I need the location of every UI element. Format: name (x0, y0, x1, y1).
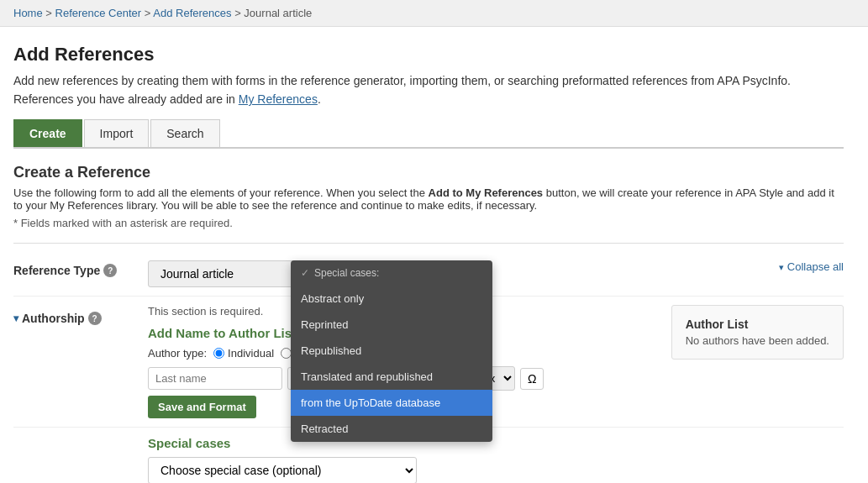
reference-type-label: Reference Type ? (13, 260, 148, 277)
reference-type-content: Journal article ✓ Special cases: Abstrac… (148, 260, 844, 287)
tab-search[interactable]: Search (150, 119, 219, 147)
individual-radio[interactable] (213, 348, 224, 359)
tab-bar: Create Import Search (13, 119, 844, 149)
author-list-empty: No authors have been added. (686, 334, 829, 347)
dropdown-item-retracted[interactable]: Retracted (291, 416, 492, 442)
breadcrumb-add-references[interactable]: Add References (153, 7, 231, 19)
dropdown-header: ✓ Special cases: (291, 260, 492, 286)
breadcrumb-reference-center[interactable]: Reference Center (55, 7, 142, 19)
dropdown-item-translated[interactable]: Translated and republished (291, 364, 492, 390)
tab-create[interactable]: Create (13, 119, 82, 147)
author-list-box: Author List No authors have been added. (671, 305, 844, 360)
reference-type-row: Reference Type ? Journal article ✓ Speci… (13, 252, 844, 297)
reference-type-help-icon[interactable]: ? (103, 264, 117, 277)
special-cases-title: Special cases (148, 436, 844, 450)
special-cases-select[interactable]: Choose special case (optional) (148, 457, 417, 483)
omega-button[interactable]: Ω (520, 368, 544, 390)
collapse-all-button[interactable]: ▾ Collapse all (779, 260, 844, 273)
tab-import[interactable]: Import (84, 119, 150, 147)
required-note: * Fields marked with an asterisk are req… (13, 217, 844, 229)
dropdown-item-reprinted[interactable]: Reprinted (291, 312, 492, 338)
breadcrumb-sep3: > (234, 7, 244, 19)
page-title: Add References (13, 44, 844, 66)
breadcrumb-home[interactable]: Home (13, 7, 43, 19)
my-references-link[interactable]: My References (239, 92, 318, 106)
breadcrumb-current: Journal article (244, 7, 312, 19)
chevron-down-icon: ▾ (779, 262, 784, 272)
create-section-title: Create a Reference (13, 164, 844, 181)
dropdown-item-abstract[interactable]: Abstract only (291, 286, 492, 312)
authorship-label: ▾ Authorship ? (13, 305, 148, 325)
dropdown-item-uptodate[interactable]: from the UpToDate database (291, 390, 492, 416)
last-name-input[interactable] (148, 367, 282, 390)
page-description2: References you have already added are in… (13, 92, 844, 106)
breadcrumb-sep1: > (45, 7, 55, 19)
save-format-button[interactable]: Save and Format (148, 396, 256, 418)
special-cases-dropdown: ✓ Special cases: Abstract only Reprinted… (291, 260, 492, 442)
authorship-help-icon[interactable]: ? (88, 312, 102, 325)
authorship-toggle-icon[interactable]: ▾ (13, 312, 18, 324)
dropdown-item-republished[interactable]: Republished (291, 338, 492, 364)
individual-radio-label[interactable]: Individual (213, 347, 274, 360)
breadcrumb: Home > Reference Center > Add References… (0, 0, 868, 27)
page-description1: Add new references by creating them with… (13, 74, 844, 87)
breadcrumb-sep2: > (145, 7, 154, 19)
create-section-desc: Use the following form to add all the el… (13, 186, 844, 212)
author-list-title: Author List (686, 318, 829, 331)
author-type-label: Author type: (148, 347, 207, 360)
